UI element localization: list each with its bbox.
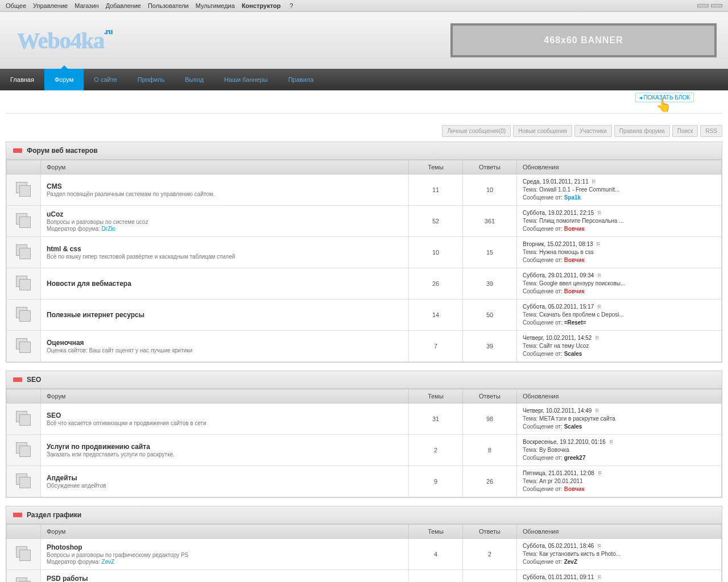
- show-block-button[interactable]: ПОКАЗАТЬ БЛОК: [635, 93, 694, 102]
- category-header[interactable]: SEO: [6, 371, 722, 389]
- nav-item[interactable]: О сайте: [84, 69, 127, 90]
- category: SEOФорумТемыОтветыОбновленияSEOВсё что к…: [6, 371, 722, 498]
- topic-link[interactable]: META тэги в раскрутке сайта: [539, 415, 615, 422]
- nav-item[interactable]: Наши баннеры: [214, 69, 278, 90]
- forum-link[interactable]: PSD работы: [47, 575, 403, 582]
- collapse-icon[interactable]: [13, 513, 22, 517]
- help-icon[interactable]: ?: [289, 2, 293, 9]
- goto-icon[interactable]: ⎘: [594, 335, 599, 341]
- topic-link[interactable]: Сайт на тему Ucoz: [539, 343, 589, 349]
- admin-menu-item[interactable]: Мультимедиа: [196, 2, 235, 9]
- user-link[interactable]: =Reset=: [564, 319, 586, 326]
- goto-icon[interactable]: ⎘: [596, 272, 601, 278]
- forum-description: Всё что касается оптимизации и продвижен…: [47, 420, 403, 426]
- forum-link[interactable]: SEO: [47, 411, 403, 419]
- forum-link[interactable]: uCoz: [47, 210, 403, 218]
- topic-link[interactable]: Google ввел цензуру поисковы...: [539, 280, 625, 286]
- admin-menu-item[interactable]: Магазин: [75, 2, 98, 9]
- toolbar-link[interactable]: Новые сообщения: [513, 125, 572, 137]
- goto-icon[interactable]: ⎘: [608, 439, 613, 445]
- toolbar-link[interactable]: Правила форума: [614, 125, 670, 137]
- forum-link[interactable]: CMS: [47, 182, 403, 190]
- goto-icon[interactable]: ⎘: [596, 543, 601, 549]
- goto-icon[interactable]: ⎘: [594, 408, 599, 414]
- topic-link[interactable]: Ап pr 20.01.2011: [539, 478, 583, 484]
- toolbar-link[interactable]: RSS: [700, 125, 722, 137]
- nav-item[interactable]: Правила: [278, 69, 324, 90]
- forum-info: ОценочнаяОценка сайтов: Ваш сайт оценят …: [41, 331, 409, 362]
- topic-count: 26: [409, 268, 463, 300]
- topic-link[interactable]: By Вовочка: [539, 447, 569, 453]
- reply-count: 2: [463, 539, 517, 570]
- nav-item[interactable]: Главная: [0, 69, 44, 90]
- collapse-icon[interactable]: [13, 148, 22, 153]
- goto-icon[interactable]: ⎘: [596, 304, 601, 310]
- update-date: Суббота, 05.02.2011, 15:17: [523, 304, 594, 310]
- user-link[interactable]: Вовчик: [564, 288, 585, 294]
- forum-description: Вопросы и разговоры по графическому реда…: [47, 552, 403, 558]
- forum-info: PhotoshopВопросы и разговоры по графичес…: [41, 539, 409, 570]
- forum-link[interactable]: Оценочная: [47, 339, 403, 347]
- divider: [6, 113, 722, 114]
- nav-item[interactable]: Профиль: [127, 69, 175, 90]
- forum-link[interactable]: Апдейты: [47, 474, 403, 482]
- forum-link[interactable]: Полезные интернет ресурсы: [47, 311, 403, 319]
- toolbar-link[interactable]: Личные сообщения(0): [442, 125, 511, 137]
- forum-icon: [16, 411, 32, 427]
- forum-link[interactable]: Новости для вебмастера: [47, 280, 403, 288]
- user-link[interactable]: Вовчик: [564, 226, 585, 232]
- user-link[interactable]: ZevZ: [102, 559, 115, 565]
- user-link[interactable]: Scales: [564, 423, 582, 430]
- user-link[interactable]: Scales: [564, 351, 582, 357]
- forum-description: Обсуждение апдейтов: [47, 483, 403, 489]
- goto-icon[interactable]: ⎘: [596, 574, 601, 580]
- user-link[interactable]: Spa1k: [564, 194, 581, 201]
- topic-link[interactable]: Скачать без проблем с Deposi...: [539, 311, 624, 318]
- topic-count: 11: [409, 174, 463, 206]
- goto-icon[interactable]: ⎘: [596, 210, 601, 216]
- forum-row: PSD работыИсходники графических работ.Мо…: [7, 570, 722, 583]
- update-date: Воскресенье, 19.12.2010, 01:16: [523, 439, 606, 445]
- forum-description: Заказать или предоставить услуги по раск…: [47, 451, 403, 458]
- user-link[interactable]: greek27: [564, 455, 586, 461]
- update-date: Четверг, 10.02.2011, 14:49: [523, 408, 592, 414]
- forum-link[interactable]: Услуги по продвижению сайта: [47, 443, 403, 451]
- goto-icon[interactable]: ⎘: [597, 470, 602, 476]
- forum-link[interactable]: Photoshop: [47, 543, 403, 551]
- resize-handle[interactable]: [697, 4, 709, 7]
- collapse-icon[interactable]: [13, 377, 22, 382]
- forum-icon-cell: [7, 300, 41, 331]
- forum-toolbar: Личные сообщения(0)Новые сообщенияУчастн…: [6, 125, 722, 137]
- site-logo[interactable]: Webo4ka.ru: [17, 27, 113, 54]
- forum-row: Полезные интернет ресурсы1450Суббота, 05…: [7, 300, 722, 331]
- toolbar-link[interactable]: Поиск: [672, 125, 698, 137]
- forum-row: uCozВопросы и разговоры по системе ucozМ…: [7, 206, 722, 237]
- category-header[interactable]: Форум веб мастеров: [6, 142, 722, 160]
- toolbar-link[interactable]: Участники: [574, 125, 612, 137]
- topic-link[interactable]: Плищ помогите Персональна ...: [539, 218, 623, 224]
- admin-menu-item[interactable]: Конструктор: [242, 2, 280, 9]
- nav-item[interactable]: Форум: [44, 69, 84, 90]
- topic-link[interactable]: Как установить кисть в Photo...: [539, 551, 621, 557]
- forum-icon: [16, 213, 32, 229]
- user-link[interactable]: Вовчик: [564, 257, 585, 263]
- forum-icon-cell: [7, 404, 41, 435]
- goto-icon[interactable]: ⎘: [595, 241, 601, 247]
- admin-menu-item[interactable]: Управление: [33, 2, 68, 9]
- topic-link[interactable]: Oxwall 1.0.1 - Free Communit...: [539, 186, 619, 193]
- category-header[interactable]: Раздел графики: [6, 506, 722, 524]
- admin-menu-item[interactable]: Добавление: [106, 2, 141, 9]
- banner-placeholder[interactable]: 468x60 BANNER: [450, 23, 717, 57]
- user-link[interactable]: ZevZ: [564, 559, 577, 565]
- forum-row: PhotoshopВопросы и разговоры по графичес…: [7, 539, 722, 570]
- last-update: Пятница, 21.01.2011, 12:08 ⎘Тема: Ап pr …: [517, 466, 722, 497]
- goto-icon[interactable]: ⎘: [591, 178, 596, 185]
- resize-handle[interactable]: [711, 4, 722, 7]
- topic-link[interactable]: Нужна помощь в css: [539, 249, 594, 255]
- user-link[interactable]: DrZlo: [102, 226, 115, 232]
- forum-link[interactable]: html & css: [47, 245, 403, 253]
- user-link[interactable]: Вовчик: [564, 486, 585, 492]
- admin-menu-item[interactable]: Общее: [6, 2, 26, 9]
- admin-menu-item[interactable]: Пользователи: [148, 2, 189, 9]
- nav-item[interactable]: Выход: [175, 69, 214, 90]
